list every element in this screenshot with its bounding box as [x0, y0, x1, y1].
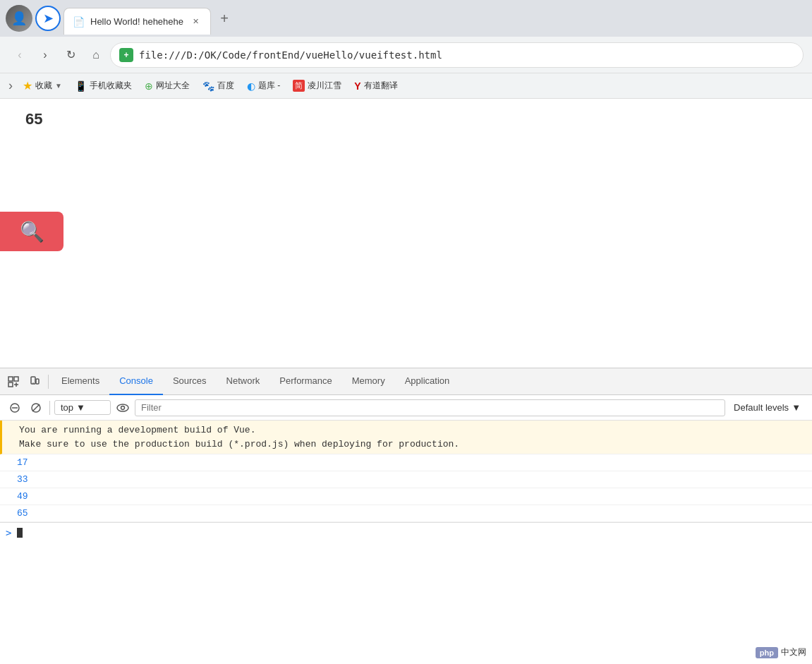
svg-line-9: [32, 404, 40, 411]
tab-elements[interactable]: Elements: [51, 368, 109, 395]
bookmark-label: 题库 -: [258, 80, 280, 92]
php-text: 中文网: [781, 646, 806, 658]
secure-icon: +: [119, 48, 133, 62]
reload-button[interactable]: ↻: [59, 44, 82, 66]
back-button[interactable]: ‹: [8, 44, 31, 66]
svg-point-10: [117, 404, 128, 411]
svg-point-5: [32, 382, 34, 384]
console-log-33: 33: [0, 471, 812, 488]
active-tab[interactable]: 📄 Hello World! hehehehe ✕: [63, 8, 211, 35]
tab-title: Hello World! hehehehe: [90, 16, 183, 27]
console-log-65: 65: [0, 505, 812, 522]
devtools-separator: [48, 375, 49, 389]
context-select[interactable]: top ▼: [54, 400, 111, 415]
bookmark-item-favorites[interactable]: ★ 收藏 ▼: [17, 78, 68, 94]
chevron-down-icon: ▼: [76, 402, 85, 413]
eye-icon[interactable]: [114, 399, 132, 417]
bookmark-label: 网址大全: [156, 80, 190, 92]
baidu-icon: 🐾: [202, 80, 214, 92]
console-prompt: >: [6, 527, 11, 538]
mobile-icon: 📱: [75, 80, 87, 92]
tab-icon: 📄: [73, 16, 85, 28]
context-label: top: [61, 402, 73, 413]
clear-console-button[interactable]: [6, 399, 24, 417]
url-text: file:///D:/OK/Code/frontEnd/vueHello/vue…: [139, 49, 442, 61]
tab-memory[interactable]: Memory: [342, 368, 395, 395]
bookmarks-toggle[interactable]: ›: [6, 77, 16, 95]
bookmark-label: 收藏: [35, 80, 52, 92]
bookmark-item-tiku[interactable]: ◐ 题库 -: [241, 78, 286, 93]
bookmark-label: 凌川江雪: [308, 80, 341, 92]
tab-performance[interactable]: Performance: [269, 368, 341, 395]
php-logo: php: [756, 647, 778, 658]
avatar: 👤: [6, 5, 32, 32]
bookmarks-bar: › ★ 收藏 ▼ 📱 手机收藏夹 ⊕ 网址大全 🐾 百度 ◐ 题库 - 简 凌川…: [0, 73, 812, 99]
svg-rect-4: [36, 379, 39, 384]
bookmark-item-urls[interactable]: ⊕ 网址大全: [139, 78, 195, 93]
bookmark-label: 有道翻译: [364, 80, 398, 92]
svg-point-11: [121, 406, 125, 409]
search-icon: 🔍: [20, 220, 44, 243]
devtools-mobile-icon[interactable]: [24, 371, 45, 392]
tab-application[interactable]: Application: [395, 368, 460, 395]
tab-console[interactable]: Console: [109, 368, 163, 395]
console-log-17: 17: [0, 454, 812, 471]
new-tab-button[interactable]: +: [214, 8, 235, 29]
bookmark-label: 百度: [217, 80, 234, 92]
tiku-icon: ◐: [247, 80, 255, 92]
home-button[interactable]: ⌂: [85, 44, 107, 66]
bookmark-label: 手机收藏夹: [90, 80, 132, 92]
console-output: You are running a development build of V…: [0, 421, 812, 664]
plus-circle-icon: ⊕: [145, 80, 153, 92]
toolbar-separator: [49, 401, 50, 415]
navigation-button[interactable]: ➤: [35, 6, 61, 31]
tab-sources[interactable]: Sources: [163, 368, 217, 395]
youdao-icon: Y: [354, 80, 360, 92]
devtools-panel: Elements Console Sources Network Perform…: [0, 368, 812, 664]
star-icon: ★: [23, 79, 32, 92]
bookmark-item-mobile[interactable]: 📱 手机收藏夹: [69, 78, 138, 93]
vue-warning-message: You are running a development build of V…: [0, 421, 812, 454]
svg-rect-2: [8, 382, 13, 387]
tab-close-button[interactable]: ✕: [189, 16, 202, 28]
address-bar: ‹ › ↻ ⌂ + file:///D:/OK/Code/frontEnd/vu…: [0, 37, 812, 73]
bookmark-item-youdao[interactable]: Y 有道翻译: [349, 78, 403, 93]
php-watermark: php 中文网: [756, 646, 806, 658]
bookmark-item-baidu[interactable]: 🐾 百度: [197, 78, 240, 93]
forward-button[interactable]: ›: [34, 44, 56, 66]
devtools-inspector-icon[interactable]: [3, 371, 24, 392]
devtools-tab-bar: Elements Console Sources Network Perform…: [0, 368, 812, 395]
tab-bar: 👤 ➤ 📄 Hello World! hehehehe ✕ +: [0, 0, 812, 37]
block-icon[interactable]: [27, 399, 45, 417]
tab-network[interactable]: Network: [217, 368, 270, 395]
lingchuan-icon: 简: [293, 80, 305, 92]
chevron-down-icon: ▼: [792, 402, 801, 413]
bookmark-item-lingchuan[interactable]: 简 凌川江雪: [287, 78, 347, 93]
url-bar[interactable]: + file:///D:/OK/Code/frontEnd/vueHello/v…: [110, 42, 804, 68]
page-number: 65: [25, 110, 42, 128]
chevron-down-icon: ▼: [55, 82, 62, 90]
default-levels-select[interactable]: Default levels ▼: [728, 401, 806, 414]
console-input-line[interactable]: >: [0, 522, 812, 543]
svg-rect-0: [8, 377, 13, 381]
console-cursor: [17, 528, 23, 538]
filter-input[interactable]: [135, 399, 725, 416]
console-toolbar: top ▼ Default levels ▼: [0, 395, 812, 421]
search-overlay: 🔍: [0, 212, 63, 251]
console-log-49: 49: [0, 488, 812, 505]
page-content: 🔍 65: [0, 99, 812, 303]
svg-rect-1: [14, 377, 18, 381]
